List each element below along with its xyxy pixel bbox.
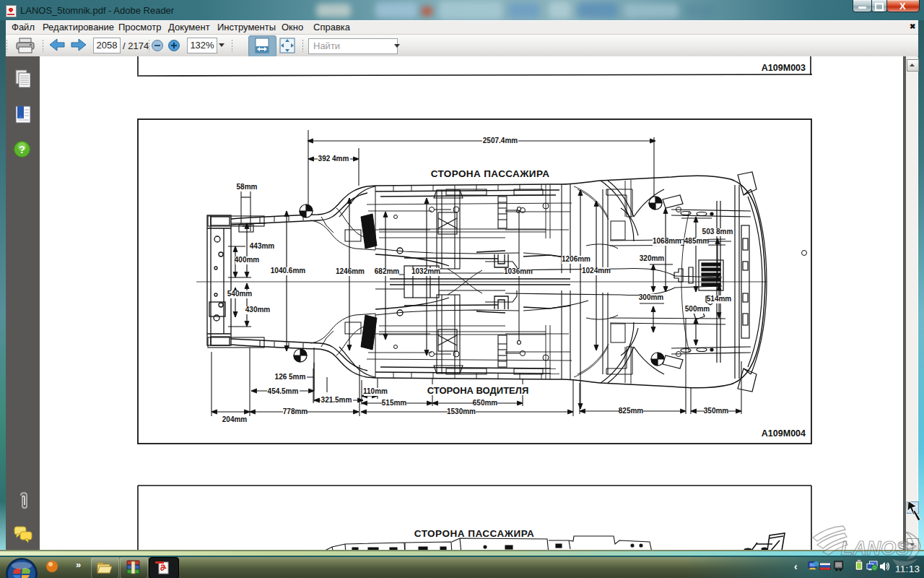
svg-text:503 8mm: 503 8mm bbox=[702, 228, 733, 236]
svg-text:2507.4mm: 2507.4mm bbox=[483, 137, 518, 144]
svg-text:1068mm: 1068mm bbox=[653, 237, 681, 245]
svg-text:515mm: 515mm bbox=[382, 399, 407, 407]
svg-text:825mm: 825mm bbox=[619, 407, 644, 415]
svg-text:650mm: 650mm bbox=[473, 399, 498, 407]
svg-text:СТОРОНА ВОДИТЕЛЯ: СТОРОНА ВОДИТЕЛЯ bbox=[427, 385, 528, 396]
svg-text:430mm: 430mm bbox=[245, 306, 271, 314]
svg-text:540mm: 540mm bbox=[227, 290, 253, 298]
svg-text:126 5mm: 126 5mm bbox=[275, 373, 306, 381]
svg-text:204mm: 204mm bbox=[222, 415, 248, 423]
svg-text:300mm: 300mm bbox=[639, 293, 664, 301]
svg-text:514mm: 514mm bbox=[707, 295, 732, 303]
svg-text:320mm: 320mm bbox=[640, 254, 665, 262]
svg-text:LANOS: LANOS bbox=[841, 538, 910, 559]
svg-text:1024mm: 1024mm bbox=[582, 267, 611, 275]
svg-text:1036mm: 1036mm bbox=[504, 267, 533, 275]
svg-text:392 4mm: 392 4mm bbox=[318, 155, 349, 163]
svg-text:1206mm: 1206mm bbox=[562, 255, 590, 263]
svg-text:СТОРОНА ПАССАЖИРА: СТОРОНА ПАССАЖИРА bbox=[431, 168, 550, 179]
svg-text:1032mm: 1032mm bbox=[411, 267, 440, 275]
svg-text:443mm: 443mm bbox=[250, 242, 275, 250]
svg-text:A109M003: A109M003 bbox=[762, 63, 806, 73]
svg-text:350mm: 350mm bbox=[704, 407, 729, 415]
svg-text:1040.6mm: 1040.6mm bbox=[271, 267, 305, 275]
svg-text:485mm: 485mm bbox=[684, 237, 710, 245]
svg-text:A109M004: A109M004 bbox=[762, 428, 806, 439]
svg-text:СТОРОНА ПАССАЖИРА: СТОРОНА ПАССАЖИРА bbox=[414, 528, 534, 539]
svg-text:454.5mm: 454.5mm bbox=[268, 387, 299, 395]
svg-text:UKRAINIAN CLUB: UKRAINIAN CLUB bbox=[834, 570, 905, 578]
svg-text:1530mm: 1530mm bbox=[447, 407, 476, 415]
svg-text:400mm: 400mm bbox=[235, 256, 260, 264]
svg-text:58mm: 58mm bbox=[237, 183, 258, 191]
svg-text:778mm: 778mm bbox=[283, 407, 308, 415]
svg-text:1246mm: 1246mm bbox=[336, 267, 365, 275]
svg-text:321.5mm: 321.5mm bbox=[321, 396, 352, 404]
svg-text:682mm: 682mm bbox=[375, 267, 400, 275]
svg-text:110mm: 110mm bbox=[363, 387, 388, 395]
svg-text:500mm: 500mm bbox=[685, 305, 710, 313]
